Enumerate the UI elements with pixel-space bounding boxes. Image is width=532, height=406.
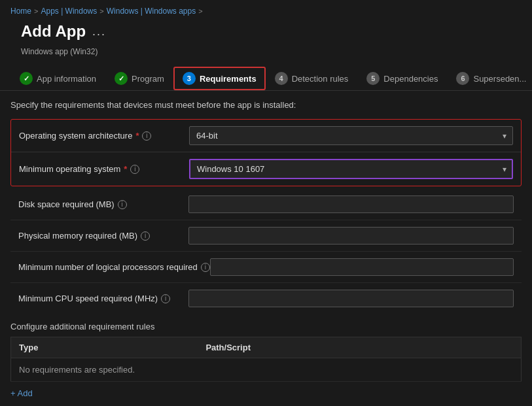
tab-label-supersedence: Superseden... [473,74,526,84]
os-architecture-label: Operating system architecture * i [19,131,189,141]
plain-fields-section: Disk space required (MB) i Physical memo… [10,189,522,314]
disk-space-input[interactable] [188,195,514,213]
cpu-speed-input[interactable] [188,290,514,307]
min-os-row: Minimum operating system * i Windows 10 … [11,152,521,186]
breadcrumb-sep-3: > [198,7,202,15]
breadcrumb: Home > Apps | Windows > Windows | Window… [0,0,532,20]
breadcrumb-windows-apps[interactable]: Windows | Windows apps [107,7,196,16]
ellipsis-button[interactable]: ... [92,25,106,39]
tab-program[interactable]: ✓ Program [105,67,173,90]
physical-memory-label: Physical memory required (MB) i [18,231,188,241]
min-os-select[interactable]: Windows 10 1507 Windows 10 1511 Windows … [189,159,513,179]
logical-processors-row: Minimum number of logical processors req… [10,252,522,283]
physical-memory-label-text: Physical memory required (MB) [18,231,137,241]
os-architecture-select-wrapper: 32-bit 64-bit 32-bit or 64-bit ▾ [189,126,513,145]
logical-processors-info-icon[interactable]: i [201,263,210,272]
tab-badge-detection: 4 [275,72,288,85]
os-architecture-label-text: Operating system architecture [19,131,132,141]
additional-rules-label: Configure additional requirement rules [10,322,522,331]
cpu-speed-label: Minimum CPU speed required (MHz) i [18,294,188,303]
table-col-type: Type [11,337,198,358]
page-subtitle: Windows app (Win32) [10,47,522,61]
tab-label-detection: Detection rules [292,74,349,84]
min-os-select-wrapper: Windows 10 1507 Windows 10 1511 Windows … [189,159,513,179]
tab-label-requirements: Requirements [200,74,257,84]
logical-processors-label: Minimum number of logical processors req… [18,262,210,272]
tab-badge-supersedence: 6 [456,72,469,85]
disk-space-row: Disk space required (MB) i [10,189,522,220]
breadcrumb-sep-2: > [99,7,103,15]
table-empty-row: No requirements are specified. [11,358,522,382]
tabs-bar: ✓ App information ✓ Program 3 Requiremen… [0,61,532,91]
cpu-speed-label-text: Minimum CPU speed required (MHz) [18,294,158,303]
physical-memory-info-icon[interactable]: i [141,231,150,241]
physical-memory-input[interactable] [188,227,514,245]
main-content: Specify the requirements that devices mu… [0,91,532,406]
page-header: Add App ... [10,20,522,47]
required-fields-section: Operating system architecture * i 32-bit… [10,119,522,186]
tab-badge-requirements: 3 [183,72,196,85]
tab-label-app-info: App information [37,74,96,84]
tab-supersedence[interactable]: 6 Superseden... [447,67,532,90]
min-os-label-text: Minimum operating system [19,164,120,174]
tab-badge-dependencies: 5 [366,72,380,85]
section-description: Specify the requirements that devices mu… [10,100,522,110]
os-architecture-required: * [135,131,139,141]
add-link[interactable]: + Add [10,388,33,398]
os-architecture-info-icon[interactable]: i [142,131,151,141]
disk-space-label: Disk space required (MB) i [18,199,188,209]
physical-memory-row: Physical memory required (MB) i [10,220,522,252]
logical-processors-label-text: Minimum number of logical processors req… [18,262,198,272]
tab-dependencies[interactable]: 5 Dependencies [357,67,447,90]
additional-rules-section: Configure additional requirement rules T… [10,322,522,398]
page-title: Add App [21,22,86,41]
tab-label-dependencies: Dependencies [383,74,438,84]
tab-requirements[interactable]: 3 Requirements [173,67,266,90]
cpu-speed-row: Minimum CPU speed required (MHz) i [10,283,522,314]
os-architecture-select[interactable]: 32-bit 64-bit 32-bit or 64-bit [189,126,513,145]
tab-app-information[interactable]: ✓ App information [10,67,105,90]
breadcrumb-apps-windows[interactable]: Apps | Windows [41,7,97,16]
os-architecture-row: Operating system architecture * i 32-bit… [11,120,521,152]
disk-space-info-icon[interactable]: i [118,200,127,209]
logical-processors-input[interactable] [210,258,514,276]
min-os-info-icon[interactable]: i [130,165,139,174]
requirements-table: Type Path/Script No requirements are spe… [10,337,522,382]
min-os-label: Minimum operating system * i [19,164,189,174]
cpu-speed-info-icon[interactable]: i [161,294,170,303]
table-col-path-script: Path/Script [198,337,521,358]
breadcrumb-home[interactable]: Home [10,7,31,16]
min-os-required: * [124,164,127,174]
tab-badge-app-info: ✓ [20,72,33,85]
tab-badge-program: ✓ [115,72,128,85]
tab-label-program: Program [132,74,164,84]
breadcrumb-sep-1: > [34,7,38,15]
tab-detection-rules[interactable]: 4 Detection rules [266,67,358,90]
disk-space-label-text: Disk space required (MB) [18,199,115,209]
table-empty-message: No requirements are specified. [11,358,522,382]
